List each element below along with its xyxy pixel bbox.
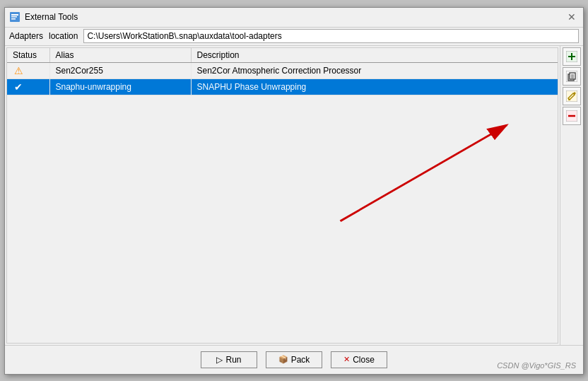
warning-icon: ⚠ xyxy=(13,65,24,76)
pack-icon: 📦 xyxy=(278,355,288,364)
copy-tool-button[interactable] xyxy=(563,67,581,86)
adapters-bar: Adapters location xyxy=(5,28,583,46)
watermark: CSDN @Vigo*GIS_RS xyxy=(497,361,576,370)
row1-status: ⚠ xyxy=(7,62,49,78)
row2-status: ✔ xyxy=(7,78,49,95)
content-area: Status Alias Description ⚠ Sen2Cor255 Se… xyxy=(5,46,583,345)
check-icon: ✔ xyxy=(13,81,24,93)
pack-button[interactable]: 📦 Pack xyxy=(266,351,322,368)
add-tool-button[interactable] xyxy=(563,47,581,66)
col-header-description: Description xyxy=(191,48,558,63)
close-label: Close xyxy=(353,355,375,365)
col-header-status: Status xyxy=(7,48,49,63)
tools-table: Status Alias Description ⚠ Sen2Cor255 Se… xyxy=(7,48,558,95)
adapters-label: Adapters xyxy=(9,31,43,41)
edit-tool-button[interactable] xyxy=(563,87,581,105)
svg-rect-3 xyxy=(11,18,16,20)
title-bar: External Tools ✕ xyxy=(5,8,583,28)
table-area: Status Alias Description ⚠ Sen2Cor255 Se… xyxy=(6,47,558,344)
table-row[interactable]: ⚠ Sen2Cor255 Sen2Cor Atmospheric Correct… xyxy=(7,62,558,78)
svg-rect-1 xyxy=(11,14,18,16)
row2-description: SNAPHU Phase Unwrapping xyxy=(191,78,558,95)
run-label: Run xyxy=(225,355,241,365)
toolbar-buttons xyxy=(560,46,583,345)
table-header: Status Alias Description xyxy=(7,48,558,63)
row2-alias: Snaphu-unwrapping xyxy=(49,78,191,95)
close-window-button[interactable]: ✕ xyxy=(565,10,579,24)
close-icon: ✕ xyxy=(343,355,350,364)
run-icon: ▷ xyxy=(216,355,223,365)
svg-line-5 xyxy=(341,124,507,221)
window-title: External Tools xyxy=(25,12,78,22)
run-button[interactable]: ▷ Run xyxy=(201,351,257,368)
window-icon xyxy=(9,11,20,23)
adapters-path-input[interactable] xyxy=(83,29,579,43)
col-header-alias: Alias xyxy=(49,48,191,63)
location-label: location xyxy=(49,31,78,41)
close-button[interactable]: ✕ Close xyxy=(331,351,387,368)
external-tools-window: External Tools ✕ Adapters location Statu… xyxy=(4,7,584,375)
row1-alias: Sen2Cor255 xyxy=(49,62,191,78)
table-row[interactable]: ✔ Snaphu-unwrapping SNAPHU Phase Unwrapp… xyxy=(7,78,558,95)
remove-tool-button[interactable] xyxy=(563,107,581,125)
svg-rect-15 xyxy=(566,90,577,102)
table-body: ⚠ Sen2Cor255 Sen2Cor Atmospheric Correct… xyxy=(7,62,558,95)
bottom-bar: ▷ Run 📦 Pack ✕ Close CSDN @Vigo*GIS_RS xyxy=(5,345,583,374)
pack-label: Pack xyxy=(291,355,310,365)
svg-rect-2 xyxy=(11,16,17,18)
title-bar-left: External Tools xyxy=(9,11,78,23)
row1-description: Sen2Cor Atmospheric Correction Processor xyxy=(191,62,558,78)
